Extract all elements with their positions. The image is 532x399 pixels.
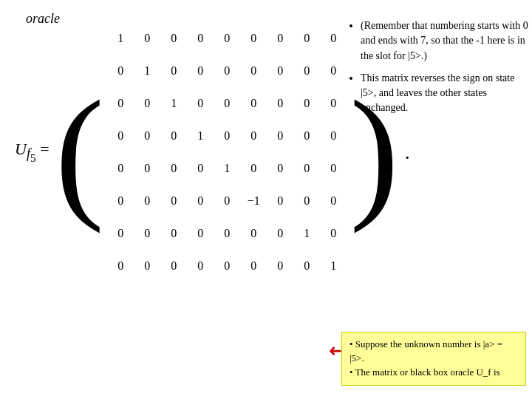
matrix-cell: 0 <box>214 97 240 110</box>
matrix-cell: 0 <box>134 32 160 45</box>
matrix-cell: 0 <box>267 97 293 110</box>
matrix-cell: 0 <box>320 194 347 208</box>
matrix-cell: 0 <box>187 227 214 240</box>
matrix-cell: 0 <box>134 227 160 240</box>
matrix-cell: 1 <box>134 64 160 78</box>
matrix-cell: 1 <box>214 162 240 175</box>
matrix-cell: 0 <box>160 162 187 175</box>
uf-label: Uf5 = <box>15 140 50 165</box>
matrix-cell: 0 <box>267 129 293 143</box>
matrix-cell: 0 <box>293 259 320 273</box>
bracket-left: ( <box>55 87 105 217</box>
matrix-cell: 0 <box>240 259 267 273</box>
matrix-cell: 0 <box>160 194 187 208</box>
matrix-cell: 0 <box>214 259 240 273</box>
matrix-cell: 0 <box>240 97 267 110</box>
matrix-cell: 0 <box>107 227 134 240</box>
matrix-cell: 0 <box>160 259 187 273</box>
yellow-line-1: • Suppose the unknown number is |a> = |5… <box>349 338 518 366</box>
matrix-cell: 0 <box>267 227 293 240</box>
matrix-cell: 1 <box>293 227 320 240</box>
bullet-2: This matrix reverses the sign on state |… <box>361 71 528 116</box>
matrix-cell: 0 <box>134 194 160 208</box>
matrix-cell: 0 <box>267 162 293 175</box>
arrow-icon: ➜ <box>329 341 342 361</box>
info-panel: (Remember that numbering starts with 0 a… <box>347 18 528 123</box>
matrix-cell: 0 <box>320 129 347 143</box>
matrix-cell: 1 <box>107 32 134 45</box>
matrix-cell: 0 <box>320 32 347 45</box>
matrix-cell: 0 <box>240 32 267 45</box>
matrix-cell: 0 <box>267 64 293 78</box>
matrix-cell: 0 <box>240 227 267 240</box>
matrix-grid: 1000000000100000000010000000001000000000… <box>104 22 349 282</box>
matrix-cell: 0 <box>320 97 347 110</box>
matrix-cell: 0 <box>214 129 240 143</box>
matrix-cell: 0 <box>107 64 134 78</box>
matrix-cell: 0 <box>107 97 134 110</box>
matrix-cell: 0 <box>187 194 214 208</box>
yellow-line-2: • The matrix or black box oracle U_f is <box>349 366 518 380</box>
yellow-box: • Suppose the unknown number is |a> = |5… <box>341 332 526 386</box>
matrix-cell: 0 <box>240 129 267 143</box>
matrix-cell: 0 <box>107 259 134 273</box>
matrix-cell: 0 <box>214 32 240 45</box>
matrix-cell: 0 <box>320 162 347 175</box>
matrix-cell: 1 <box>187 129 214 143</box>
matrix-cell: 0 <box>134 259 160 273</box>
bullet-1: (Remember that numbering starts with 0 a… <box>361 18 528 64</box>
matrix-cell: 0 <box>187 259 214 273</box>
matrix-cell: 0 <box>107 194 134 208</box>
matrix-cell: −1 <box>240 194 267 208</box>
matrix-cell: 0 <box>160 64 187 78</box>
matrix-cell: 0 <box>187 162 214 175</box>
matrix-cell: 0 <box>293 194 320 208</box>
matrix-cell: 0 <box>160 32 187 45</box>
matrix-dot: . <box>405 140 410 164</box>
matrix-cell: 0 <box>107 129 134 143</box>
matrix-cell: 0 <box>293 162 320 175</box>
matrix-cell: 0 <box>320 227 347 240</box>
matrix-cell: 0 <box>160 227 187 240</box>
matrix-cell: 0 <box>187 32 214 45</box>
matrix-cell: 0 <box>293 97 320 110</box>
matrix-cell: 0 <box>293 32 320 45</box>
matrix-cell: 0 <box>134 97 160 110</box>
matrix-cell: 1 <box>160 97 187 110</box>
matrix-cell: 0 <box>107 162 134 175</box>
matrix-cell: 0 <box>214 227 240 240</box>
matrix-cell: 0 <box>267 259 293 273</box>
matrix-cell: 0 <box>214 194 240 208</box>
matrix-cell: 0 <box>160 129 187 143</box>
matrix-cell: 0 <box>320 64 347 78</box>
matrix-cell: 0 <box>267 194 293 208</box>
matrix-cell: 0 <box>293 129 320 143</box>
matrix-cell: 0 <box>187 97 214 110</box>
matrix-cell: 1 <box>320 259 347 273</box>
matrix-cell: 0 <box>240 162 267 175</box>
matrix-cell: 0 <box>134 129 160 143</box>
matrix-cell: 0 <box>214 64 240 78</box>
matrix-cell: 0 <box>293 64 320 78</box>
matrix-cell: 0 <box>240 64 267 78</box>
matrix-cell: 0 <box>267 32 293 45</box>
matrix-cell: 0 <box>134 162 160 175</box>
matrix-cell: 0 <box>187 64 214 78</box>
